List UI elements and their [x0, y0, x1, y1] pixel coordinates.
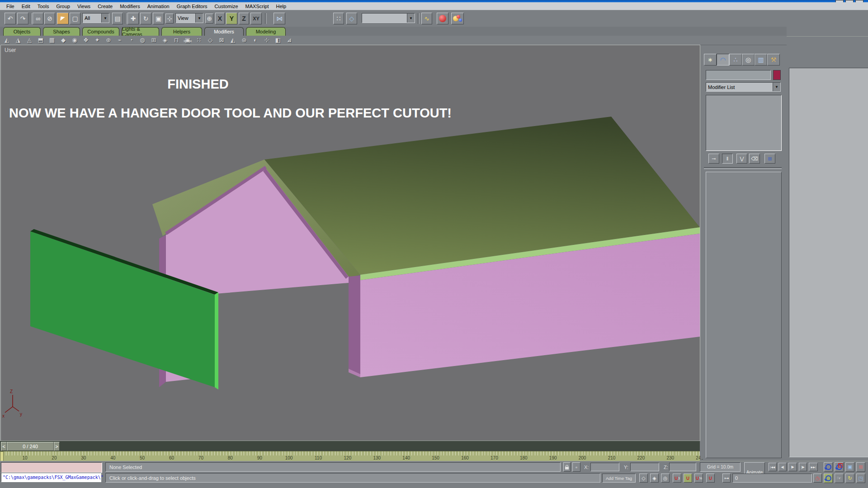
selection-lock-toggle[interactable] [563, 462, 571, 472]
go-to-start-button[interactable]: |◀◀ [769, 463, 777, 471]
pin-stack-button[interactable]: ⊸ [708, 154, 719, 164]
curve-editor-button[interactable]: ∿ [421, 13, 432, 24]
menu-views[interactable]: Views [74, 4, 94, 9]
show-end-result-button[interactable]: ‖ [722, 154, 733, 164]
angle-snap-toggle[interactable]: ∪ [684, 474, 692, 483]
modifier-stack-list[interactable] [706, 95, 782, 151]
move-button[interactable]: ✚ [127, 13, 139, 24]
next-frame-button[interactable]: |▶ [799, 463, 807, 471]
tab-objects[interactable]: Objects [3, 27, 41, 36]
tab-lights-cameras[interactable]: Lights & Cameras [122, 27, 159, 36]
array-button[interactable]: ∷ [333, 13, 344, 24]
modifier-tool-icon-18[interactable]: ∷ [194, 36, 204, 44]
menu-help[interactable]: Help [273, 4, 290, 9]
maxscript-listener-input[interactable]: "C:\gmax\gamepacks\FSX_GMaxGamepack\" [1, 473, 101, 482]
tab-modifiers[interactable]: Modifiers [204, 27, 244, 36]
modifier-tool-icon-26[interactable]: ⊿ID [284, 36, 294, 44]
key-mode-toggle[interactable]: ⊶ [722, 474, 731, 483]
restrict-x-button[interactable]: X [215, 13, 225, 24]
remove-modifier-button[interactable]: ⌫ [749, 154, 760, 164]
chevron-down-icon[interactable]: ▼ [407, 14, 415, 23]
manipulate-button[interactable]: ⊹ [165, 14, 174, 23]
modifier-tool-icon-3[interactable]: ◬ [24, 36, 34, 44]
menu-create[interactable]: Create [94, 4, 116, 9]
go-to-end-button[interactable]: ▶▶| [809, 463, 818, 471]
menu-customize[interactable]: Customize [211, 4, 242, 9]
previous-frame-button[interactable]: ◀| [778, 463, 787, 471]
link-icon[interactable]: ∞ [33, 13, 43, 24]
track-bar[interactable]: 1020304050607080901001101201301401501601… [0, 451, 700, 461]
configure-modifier-sets-button[interactable]: ⊞ [764, 154, 775, 164]
selection-filter-dropdown[interactable]: All ▼ [82, 13, 109, 23]
absolute-offset-toggle[interactable]: ▫ [572, 462, 580, 472]
tab-compounds[interactable]: Compounds [82, 27, 119, 36]
rotate-button[interactable]: ↻ [140, 13, 151, 24]
redo-icon[interactable]: ↷ [17, 13, 28, 24]
material-editor-button[interactable] [451, 13, 464, 24]
modifier-list-dropdown[interactable]: Modifier List ▼ [706, 82, 781, 92]
menu-group[interactable]: Group [52, 4, 74, 9]
modifier-tool-icon-19[interactable]: ◇ [205, 36, 215, 44]
modifier-tool-icon-9[interactable]: ✦ [92, 36, 102, 44]
chevron-down-icon[interactable]: ▼ [195, 14, 203, 23]
time-configuration-button[interactable]: ◷ [813, 474, 822, 483]
align-button[interactable]: ◇ [346, 13, 357, 24]
modifier-tool-icon-8[interactable]: ❖ [81, 36, 91, 44]
snap-toggle-sphere[interactable]: ◎ [661, 474, 670, 483]
modifier-tool-icon-1[interactable]: ◭ [2, 36, 12, 44]
zoom-extents-button[interactable]: ▣ [845, 462, 854, 472]
snap-toggle-25d[interactable]: ◈ [650, 474, 659, 483]
track-bar-frame-marker[interactable] [0, 451, 4, 461]
viewport-label[interactable]: User [5, 47, 16, 53]
restrict-y-button[interactable]: Y [226, 13, 237, 24]
tab-hierarchy[interactable]: ∴ [729, 54, 742, 66]
chevron-down-icon[interactable]: ▼ [101, 14, 109, 23]
scale-button[interactable]: ▣ [153, 13, 164, 24]
time-slider-handle[interactable]: 0 / 240 [7, 442, 54, 451]
restrict-z-button[interactable]: Z [239, 13, 249, 24]
modifier-tool-icon-14[interactable]: ⊞ [149, 36, 159, 44]
modifier-tool-icon-22[interactable]: ⊛ [239, 36, 249, 44]
tab-shapes[interactable]: Shapes [43, 27, 80, 36]
mirror-button[interactable]: ⋈ [274, 13, 285, 24]
restrict-xy-plane-button[interactable]: XY [250, 13, 262, 24]
modifier-tool-icon-10[interactable]: ⊕ [104, 36, 113, 44]
menu-edit[interactable]: Edit [18, 4, 34, 9]
modifier-tool-icon-5[interactable]: ▦ [47, 36, 57, 44]
named-selection-dropdown[interactable]: ▼ [362, 13, 415, 23]
rollout-area[interactable] [706, 172, 782, 458]
object-color-swatch[interactable] [773, 70, 781, 80]
time-slider-prev-button[interactable]: < [1, 442, 7, 451]
select-object-button[interactable]: ◤ [57, 13, 69, 24]
spinner-snap-toggle[interactable]: ∪ [706, 474, 715, 483]
render-button[interactable] [437, 13, 448, 24]
region-zoom-button[interactable] [824, 474, 833, 483]
unlink-icon[interactable]: ⊘ [44, 13, 55, 24]
modifier-tool-icon-6[interactable]: ◆ [58, 36, 68, 44]
modifier-tool-icon-7[interactable]: ◉ [70, 36, 80, 44]
coord-x-field[interactable] [590, 463, 619, 471]
modifier-tool-icon-25[interactable]: ◧ [273, 36, 283, 44]
snap-toggle-button[interactable]: ∪3 [673, 474, 681, 483]
coord-y-field[interactable] [630, 463, 659, 471]
hangar-door-right-jamb[interactable] [349, 276, 360, 377]
chevron-down-icon[interactable]: ▼ [773, 83, 780, 91]
modifier-tool-icon-16[interactable]: ⊓ [171, 36, 181, 44]
play-animation-button[interactable]: ▶ [788, 463, 797, 471]
reference-coordinate-dropdown[interactable]: View ▼ [175, 13, 203, 23]
menu-animation[interactable]: Animation [144, 4, 173, 9]
modifier-tool-icon-13[interactable]: ◍ [137, 36, 147, 44]
make-unique-button[interactable]: ⋁ [736, 154, 747, 164]
zoom-button[interactable] [824, 462, 833, 472]
modifier-tool-icon-20[interactable]: ⊠ [217, 36, 226, 44]
current-frame-field[interactable]: 0 [732, 474, 812, 483]
undo-icon[interactable]: ↶ [5, 13, 16, 24]
zoom-extents-all-button[interactable]: ⊞ [856, 462, 865, 472]
select-by-name-button[interactable]: ▤ [112, 13, 123, 24]
modifier-tool-icon-17[interactable]: ▣XFORM [183, 36, 193, 44]
minmax-toggle-button[interactable]: ◳ [856, 474, 865, 483]
tab-create[interactable]: ∗ [704, 54, 717, 66]
menu-tools[interactable]: Tools [34, 4, 53, 9]
tab-modeling[interactable]: Modeling [246, 27, 286, 36]
percent-snap-toggle[interactable]: ∪% [694, 474, 703, 483]
